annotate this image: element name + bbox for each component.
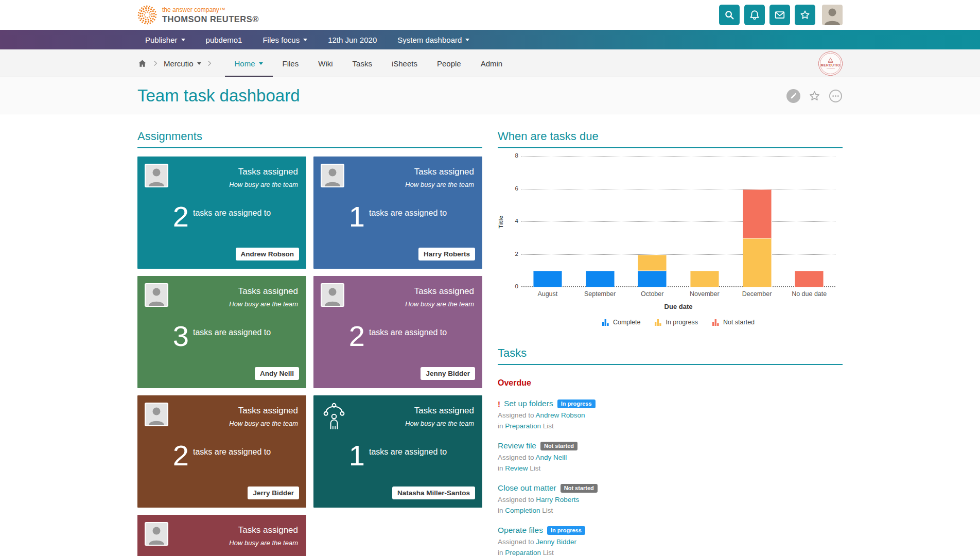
card-subtitle: How busy are the team xyxy=(322,181,474,188)
tab-tasks[interactable]: Tasks xyxy=(343,49,382,77)
navbar-item-label: Publisher xyxy=(145,36,178,44)
page-title: Team task dashboard xyxy=(137,86,300,106)
site-tab-label: People xyxy=(437,59,461,68)
assignment-card[interactable]: Tasks assigned How busy are the team 2 t… xyxy=(137,157,306,269)
task-count: 2 xyxy=(349,321,365,351)
task-list-link[interactable]: Preparation xyxy=(505,549,541,556)
navbar-item-12th-jun-2020[interactable]: 12th Jun 2020 xyxy=(328,36,377,44)
x-tick-label: September xyxy=(574,290,626,298)
home-icon[interactable] xyxy=(137,59,147,68)
task-count: 3 xyxy=(173,321,189,351)
bar-segment-complete[interactable] xyxy=(533,271,562,287)
tab-files[interactable]: Files xyxy=(273,49,309,77)
assignee-link[interactable]: Harry Roberts xyxy=(536,496,579,503)
right-column: When are tasks due Title 02468 AugustSep… xyxy=(498,130,843,556)
task-item: ! Operate files In progress Assigned to … xyxy=(498,526,843,556)
chart-legend: Complete In progress Not started xyxy=(521,319,835,326)
more-options-button[interactable] xyxy=(829,89,843,103)
favorite-page-button[interactable] xyxy=(808,90,821,102)
user-avatar[interactable] xyxy=(822,5,843,25)
notifications-button[interactable] xyxy=(744,5,765,25)
card-subtitle: How busy are the team xyxy=(322,300,474,308)
chevron-down-icon xyxy=(259,62,263,65)
task-count: 1 xyxy=(349,441,365,471)
task-name-link[interactable]: Set up folders xyxy=(504,399,553,408)
task-count-suffix: tasks are assigned to xyxy=(193,208,271,218)
mini-bars-icon xyxy=(712,319,720,326)
navbar-item-label: Files focus xyxy=(262,36,300,44)
assignment-card[interactable]: Tasks assigned How busy are the team 2 t… xyxy=(313,276,482,388)
navbar-item-publisher[interactable]: Publisher xyxy=(145,36,185,44)
favorites-button[interactable] xyxy=(795,5,815,25)
assignment-card[interactable]: Tasks assigned How busy are the team 3 t… xyxy=(137,276,306,388)
in-label: in xyxy=(498,422,505,430)
card-count-row: 2 tasks are assigned to xyxy=(146,202,298,232)
task-count: 2 xyxy=(173,202,189,232)
assignee-link[interactable]: Andrew Robson xyxy=(536,411,585,419)
tab-people[interactable]: People xyxy=(427,49,471,77)
messages-button[interactable] xyxy=(769,5,790,25)
bar-segment-not-started[interactable] xyxy=(795,271,824,287)
tasks-list: Overdue ! Set up folders In progress Ass… xyxy=(498,378,843,556)
star-outline-icon xyxy=(808,90,821,102)
top-header: the answer company™ THOMSON REUTERS® xyxy=(0,0,980,30)
bar-segment-not-started[interactable] xyxy=(743,189,772,238)
tab-isheets[interactable]: iSheets xyxy=(382,49,427,77)
task-list-link[interactable]: Review xyxy=(505,464,528,472)
assigned-to-label: Assigned to xyxy=(498,454,536,461)
task-status-badge: Not started xyxy=(540,442,577,450)
assignment-card[interactable]: Tasks assigned How busy are the team 1 t… xyxy=(313,157,482,269)
y-tick-label: 2 xyxy=(506,251,518,257)
x-tick-label: No due date xyxy=(783,290,835,298)
bar-segment-in-progress[interactable] xyxy=(743,238,772,287)
overdue-flag-icon: ! xyxy=(498,399,500,408)
card-count-row: 2 tasks are assigned to xyxy=(322,321,474,351)
assignee-photo xyxy=(145,522,168,546)
x-tick-label: October xyxy=(626,290,678,298)
edit-dashboard-button[interactable] xyxy=(786,89,800,103)
navbar-item-pubdemo1[interactable]: pubdemo1 xyxy=(206,36,242,44)
bar-segment-in-progress[interactable] xyxy=(690,271,719,287)
card-title: Tasks assigned xyxy=(322,286,474,297)
tab-home[interactable]: Home xyxy=(225,49,273,77)
bar-segment-complete[interactable] xyxy=(638,271,667,287)
navbar-item-system-dashboard[interactable]: System dashboard xyxy=(397,36,469,44)
tab-admin[interactable]: Admin xyxy=(471,49,513,77)
navbar-item-label: System dashboard xyxy=(397,36,462,44)
assignee-name-badge: Andy Neill xyxy=(255,367,299,380)
assignee-link[interactable]: Andy Neill xyxy=(536,454,567,461)
person-photo-icon xyxy=(146,523,167,545)
tab-wiki[interactable]: Wiki xyxy=(308,49,342,77)
due-date-chart: Title 02468 AugustSeptemberOctoberNovemb… xyxy=(498,157,843,326)
search-button[interactable] xyxy=(719,5,740,25)
legend-item-in-progress[interactable]: In progress xyxy=(655,319,698,326)
search-icon xyxy=(724,9,735,21)
assignment-card[interactable]: Tasks assigned How busy are the team 2 t… xyxy=(137,395,306,508)
chart-heading: When are tasks due xyxy=(498,130,843,148)
thomson-reuters-logo[interactable]: the answer company™ THOMSON REUTERS® xyxy=(137,5,259,25)
breadcrumb-bar: Mercutio Home Files Wiki Tasks iSheets P… xyxy=(0,49,980,77)
assigned-to-label: Assigned to xyxy=(498,496,536,503)
chevron-right-icon xyxy=(152,60,159,67)
assignment-card[interactable]: Tasks assigned How busy are the team 1 t… xyxy=(313,395,482,508)
card-subtitle: How busy are the team xyxy=(146,300,298,308)
task-name-link[interactable]: Review file xyxy=(498,441,536,450)
bar-october xyxy=(626,157,678,287)
assignment-card[interactable]: Tasks assigned How busy are the team xyxy=(137,515,306,556)
task-name-link[interactable]: Close out matter xyxy=(498,483,556,493)
in-label: in xyxy=(498,549,505,556)
task-name-link[interactable]: Operate files xyxy=(498,526,543,535)
task-list-link[interactable]: Completion xyxy=(505,507,540,514)
navbar-item-files-focus[interactable]: Files focus xyxy=(262,36,307,44)
task-list-link[interactable]: Preparation xyxy=(505,422,541,430)
in-label: in xyxy=(498,464,505,472)
bar-segment-in-progress[interactable] xyxy=(638,255,667,271)
bar-segment-complete[interactable] xyxy=(586,271,615,287)
legend-item-not-started[interactable]: Not started xyxy=(712,319,755,326)
y-tick-label: 6 xyxy=(506,185,518,192)
legend-item-complete[interactable]: Complete xyxy=(602,319,641,326)
mini-bars-icon xyxy=(602,319,610,326)
in-label: in xyxy=(498,507,505,514)
assignee-link[interactable]: Jenny Bidder xyxy=(536,538,576,546)
breadcrumb-site[interactable]: Mercutio xyxy=(164,59,201,68)
